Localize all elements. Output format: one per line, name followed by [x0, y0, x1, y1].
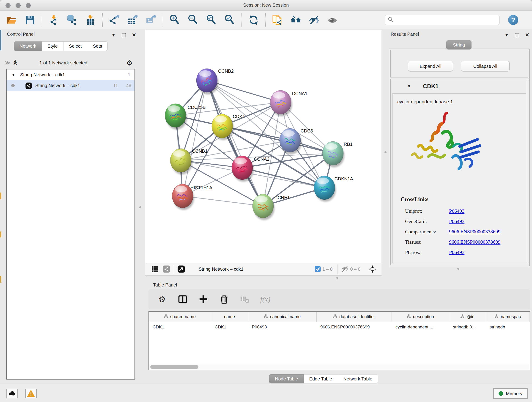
cloud-status-button[interactable] — [6, 389, 18, 398]
birds-eye-view-icon[interactable] — [177, 265, 185, 273]
results-scrollbar[interactable] — [526, 79, 529, 263]
edge-CDK1-RB1[interactable] — [222, 126, 333, 153]
zoom-out-icon[interactable] — [187, 14, 199, 26]
import-network-from-database-icon[interactable] — [66, 14, 78, 26]
column-header-database-identifier[interactable]: database identifier — [317, 312, 392, 322]
table-cell[interactable]: CDK1 — [149, 322, 211, 332]
edge-HIST1H1A-CCNE1[interactable] — [183, 196, 263, 206]
collapse-arrow-icon[interactable]: ▼ — [12, 73, 15, 77]
table-row[interactable]: CDK1CDK1P064939606.ENSP00000378699cyclin… — [149, 322, 530, 332]
tab-edge-table[interactable]: Edge Table — [304, 374, 338, 383]
trash-icon[interactable] — [219, 294, 229, 304]
show-all-icon[interactable] — [327, 14, 338, 26]
selected-checkbox-icon[interactable] — [315, 266, 321, 272]
fit-selected-crosshair-icon[interactable] — [368, 264, 377, 274]
export-network-icon[interactable] — [109, 14, 120, 26]
node-HIST1H1A[interactable]: HIST1H1A — [172, 184, 212, 210]
column-header-description[interactable]: description — [392, 312, 449, 322]
warnings-button[interactable] — [25, 389, 37, 398]
crosslink-link[interactable]: 9606.ENSP00000378699 — [449, 229, 500, 235]
tab-style[interactable]: Style — [42, 41, 63, 51]
network-collection-label: String Network – cdk1 — [20, 72, 65, 77]
edge-CCNB2-CCNE1[interactable] — [207, 80, 263, 206]
node-CCNA1[interactable]: CCNA1 — [270, 90, 307, 116]
zoom-fit-content-icon[interactable] — [206, 14, 217, 26]
tab-select[interactable]: Select — [63, 41, 88, 51]
table-horizontal-scrollbar[interactable] — [149, 364, 529, 370]
grid-view-icon[interactable] — [151, 265, 159, 273]
node-CCNB2[interactable]: CCNB2 — [196, 69, 234, 95]
column-header-name[interactable]: name — [211, 312, 248, 322]
table-cell[interactable]: stringdb — [486, 322, 530, 332]
tab-sets[interactable]: Sets — [87, 41, 108, 51]
maximize-panel-icon[interactable] — [515, 33, 519, 37]
float-panel-icon[interactable]: ▼ — [111, 32, 116, 38]
node-CDC6[interactable]: CDC6 — [279, 128, 313, 154]
table-cell[interactable]: stringdb:9... — [449, 322, 486, 332]
titlebar[interactable]: Session: New Session — [0, 0, 532, 11]
crosslink-link[interactable]: P06493 — [449, 249, 464, 255]
network-row[interactable]: String Network – cdk1 11 48 — [7, 80, 134, 91]
export-table-icon[interactable] — [127, 14, 138, 26]
tab-node-table[interactable]: Node Table — [269, 374, 304, 383]
clear-table-icon[interactable] — [240, 294, 250, 304]
zoom-in-icon[interactable] — [169, 14, 181, 26]
column-header-namespac[interactable]: namespac — [486, 312, 530, 322]
network-collection-row[interactable]: ▼ String Network – cdk1 1 — [7, 70, 134, 80]
column-header-@id[interactable]: @id — [449, 312, 486, 322]
maximize-panel-icon[interactable] — [122, 33, 126, 37]
tab-network-table[interactable]: Network Table — [338, 374, 378, 383]
expand-all-button[interactable]: Expand All — [408, 61, 453, 71]
table-cell[interactable]: cyclin-dependent ... — [392, 322, 449, 332]
float-panel-icon[interactable]: ▼ — [505, 32, 509, 38]
edge-CCNB2-HIST1H1A[interactable] — [183, 80, 207, 196]
column-header-canonical-name[interactable]: canonical name — [248, 312, 317, 322]
gear-icon[interactable]: ⚙ — [157, 294, 167, 304]
close-panel-icon[interactable]: ✕ — [132, 32, 136, 38]
crosslink-link[interactable]: 9606.ENSP00000378699 — [449, 239, 500, 245]
node-CCNE1[interactable]: CCNE1 — [253, 194, 290, 220]
hidden-items-icon[interactable] — [341, 265, 349, 273]
splitter-handle[interactable] — [457, 268, 459, 270]
network-overview-icon[interactable] — [162, 265, 171, 273]
splitter-handle[interactable] — [385, 151, 386, 153]
tab-network[interactable]: Network — [14, 41, 42, 51]
search-input[interactable] — [393, 17, 493, 23]
scrollbar-thumb[interactable] — [150, 365, 198, 369]
help-button[interactable]: ? — [508, 15, 518, 25]
column-header-shared-name[interactable]: shared name — [149, 312, 211, 322]
save-session-icon[interactable] — [24, 14, 36, 26]
zoom-selected-icon[interactable] — [224, 14, 235, 26]
section-collapse-arrow-icon[interactable]: ▼ — [407, 84, 411, 89]
open-session-icon[interactable] — [6, 14, 17, 26]
refresh-layout-icon[interactable] — [248, 14, 259, 26]
network-options-gear-icon[interactable]: ⚙ — [126, 59, 133, 67]
import-table-from-file-icon[interactable] — [85, 14, 96, 26]
add-icon[interactable] — [198, 294, 209, 304]
memory-button[interactable]: Memory — [493, 388, 528, 399]
hide-selected-icon[interactable] — [308, 14, 320, 26]
search-box[interactable] — [385, 15, 500, 25]
node-CCNA2[interactable]: CCNA2 — [232, 156, 269, 182]
network-canvas[interactable]: CCNB2CCNA1CDC25BCDK1CDC6RB1CCNB1CCNA2CDK… — [145, 30, 381, 263]
columns-icon[interactable] — [178, 294, 188, 304]
crosslink-link[interactable]: P06493 — [449, 208, 464, 214]
splitter-handle[interactable] — [139, 206, 141, 208]
table-cell[interactable]: P06493 — [248, 322, 317, 332]
fx-icon[interactable]: f(x) — [260, 294, 270, 304]
collapse-all-button[interactable]: Collapse All — [461, 61, 510, 71]
close-panel-icon[interactable]: ✕ — [525, 32, 529, 38]
import-network-from-file-icon[interactable] — [48, 14, 60, 26]
crosslink-link[interactable]: P06493 — [449, 218, 464, 224]
new-network-from-selection-icon[interactable] — [272, 14, 283, 26]
table-cell[interactable]: CDK1 — [211, 322, 248, 332]
expand-all-networks-icon[interactable]: ≫ — [5, 60, 10, 66]
tab-string[interactable]: String — [446, 40, 472, 50]
splitter-handle[interactable] — [336, 277, 338, 279]
export-image-icon[interactable] — [145, 14, 157, 26]
collapse-all-networks-icon[interactable]: ≫ — [12, 61, 18, 65]
table-cell[interactable]: 9606.ENSP00000378699 — [317, 322, 392, 332]
node-RB1[interactable]: RB1 — [322, 141, 353, 167]
first-neighbors-icon[interactable] — [290, 14, 302, 26]
node-CDKN1A[interactable]: CDKN1A — [314, 176, 353, 202]
